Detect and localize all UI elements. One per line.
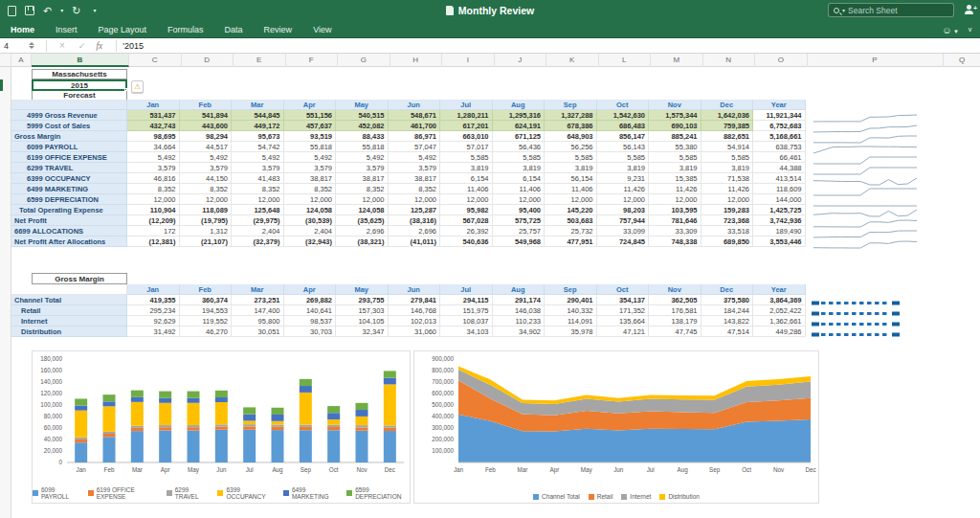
data-cell[interactable]: 138,179 [649,316,702,327]
data-cell[interactable]: 189,490 [753,226,806,236]
row-label[interactable]: 6199 OFFICE EXPENSE [11,152,127,163]
confirm-entry-icon[interactable]: ✓ [78,41,86,51]
month-header-oct[interactable]: Oct [597,284,650,295]
data-cell[interactable]: 55,380 [649,142,702,152]
dash-sparkline[interactable] [812,295,900,305]
data-cell[interactable]: 648,903 [545,131,597,142]
data-cell[interactable]: 9,231 [597,173,650,184]
data-cell[interactable]: 419,355 [127,295,180,305]
row-label[interactable]: 6699 ALLOCATIONS [11,226,127,236]
data-cell[interactable]: 457,637 [284,121,337,131]
row-label[interactable]: 4999 Gross Revenue [11,110,127,121]
data-cell[interactable]: 6,154 [440,173,493,184]
data-cell[interactable]: 1,642,036 [702,110,754,121]
data-cell[interactable]: 5,168,661 [753,131,806,142]
data-cell[interactable]: 1,362,661 [753,316,806,327]
data-cell[interactable]: 135,664 [597,316,650,327]
data-cell[interactable]: 143,822 [702,316,754,327]
data-cell[interactable]: 2,052,422 [753,305,806,316]
data-cell[interactable]: 690,103 [649,121,702,131]
new-document-icon[interactable] [8,6,16,16]
data-cell[interactable]: 144,000 [753,194,806,205]
row-label[interactable]: 6299 TRAVEL [11,163,127,173]
toolbar-options-icon[interactable]: ▾ [93,0,96,21]
data-cell[interactable]: 3,819 [597,163,650,173]
data-cell[interactable]: 413,514 [753,173,806,184]
data-cell[interactable]: 71,538 [702,173,754,184]
data-cell[interactable]: 3,819 [440,163,493,173]
data-cell[interactable]: 57,047 [389,142,441,152]
data-cell[interactable]: (29,975) [232,215,284,226]
data-cell[interactable]: 5,492 [336,152,389,163]
data-cell[interactable]: 3,579 [389,163,441,173]
data-cell[interactable]: 151,975 [440,305,493,316]
data-cell[interactable]: (12,209) [127,215,180,226]
row-label[interactable]: Channel Total [11,295,127,305]
data-cell[interactable]: 279,841 [389,295,441,305]
gross-margin-sparklines[interactable] [812,295,900,337]
data-cell[interactable]: 8,352 [336,184,389,194]
data-cell[interactable]: 1,425,725 [753,205,806,215]
data-cell[interactable]: 12,000 [493,194,546,205]
line-sparkline[interactable] [812,236,919,247]
data-cell[interactable]: 291,174 [493,295,546,305]
line-sparkline[interactable] [812,226,919,236]
data-cell[interactable]: 540,636 [440,236,493,247]
month-header-may[interactable]: May [336,284,389,295]
data-cell[interactable]: 1,312 [180,226,233,236]
data-cell[interactable]: 1,327,288 [545,110,597,121]
data-cell[interactable]: 38,817 [389,173,441,184]
row-label[interactable]: Distribution [11,327,127,337]
data-cell[interactable]: 88,433 [336,131,389,142]
data-cell[interactable]: (38,321) [336,236,389,247]
column-header-B[interactable]: B [32,54,129,67]
data-cell[interactable]: 461,700 [389,121,441,131]
data-cell[interactable]: 56,143 [597,142,650,152]
column-header-J[interactable]: J [495,54,547,67]
line-sparkline[interactable] [812,194,919,205]
data-cell[interactable]: 46,270 [180,327,233,337]
cell-massachusetts[interactable]: Massachusetts [32,69,127,79]
data-cell[interactable]: 856,147 [597,131,650,142]
data-cell[interactable]: 295,234 [127,305,180,316]
data-cell[interactable]: 103,595 [649,205,702,215]
data-cell[interactable]: 360,374 [180,295,233,305]
column-header-M[interactable]: M [651,54,703,67]
row-label[interactable]: Gross Margin [11,131,127,142]
data-cell[interactable]: (12,381) [127,236,180,247]
column-header-G[interactable]: G [338,54,390,67]
data-cell[interactable]: 35,978 [545,327,597,337]
data-cell[interactable]: 5,585 [545,152,597,163]
data-cell[interactable]: 885,241 [649,131,702,142]
row-label[interactable]: Retail [11,305,127,316]
column-header-P[interactable]: P [808,54,944,67]
redo-icon[interactable]: ↻ [72,0,80,21]
ribbon-tab-review[interactable]: Review [254,21,303,38]
data-cell[interactable]: 8,352 [389,184,441,194]
line-sparkline[interactable] [812,163,919,173]
column-header-K[interactable]: K [546,54,599,67]
data-cell[interactable]: 5,585 [440,152,493,163]
data-cell[interactable]: 544,845 [232,110,284,121]
data-cell[interactable]: 3,819 [545,163,597,173]
data-cell[interactable]: 171,352 [597,305,650,316]
data-cell[interactable]: 723,368 [702,215,754,226]
data-cell[interactable]: 38,817 [336,173,389,184]
search-scope-dropdown-icon[interactable]: ▾ [842,7,845,13]
data-cell[interactable]: 38,817 [284,173,337,184]
data-cell[interactable]: 56,154 [545,173,597,184]
data-cell[interactable]: 125,287 [389,205,441,215]
data-cell[interactable]: (41,011) [389,236,441,247]
data-cell[interactable]: 98,695 [127,131,180,142]
data-cell[interactable]: 757,944 [597,215,650,226]
month-header-feb[interactable]: Feb [180,284,233,295]
data-cell[interactable]: 2,404 [232,226,284,236]
data-cell[interactable]: 2,404 [284,226,337,236]
data-cell[interactable]: 26,392 [440,226,493,236]
dash-sparkline[interactable] [812,305,900,316]
data-cell[interactable]: 748,338 [649,236,702,247]
data-cell[interactable]: 25,732 [545,226,597,236]
data-cell[interactable]: 12,000 [440,194,493,205]
gross-margin-title-cell[interactable]: Gross Margin [32,273,127,284]
data-cell[interactable]: 452,082 [336,121,389,131]
